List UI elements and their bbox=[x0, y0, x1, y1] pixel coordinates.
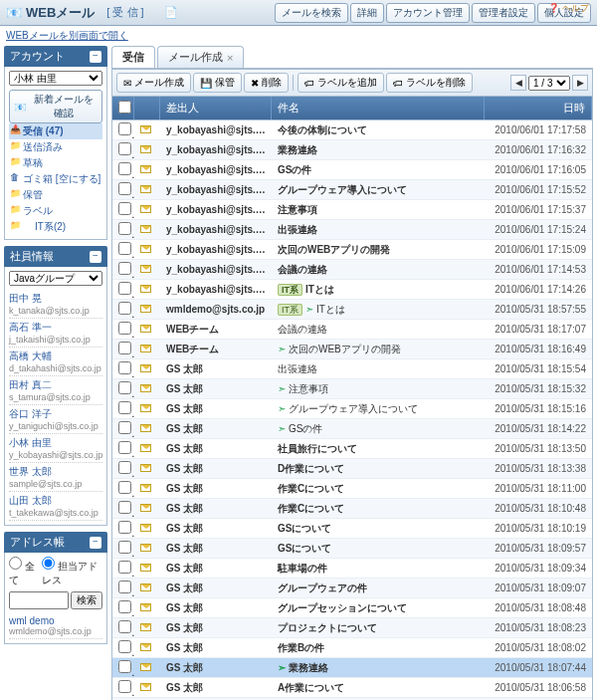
mail-row[interactable]: y_kobayashi@sjts.co.jp会議の連絡2010/06/01 17… bbox=[112, 260, 592, 280]
mail-row[interactable]: y_kobayashi@sjts.co.jpIT系ITとは2010/06/01 … bbox=[112, 280, 592, 300]
mail-row[interactable]: GS 太郎D作業について2010/05/31 18:13:38 bbox=[112, 459, 592, 479]
page-icon[interactable]: 📄 bbox=[164, 6, 178, 19]
folder-item[interactable]: 受信 (47) bbox=[9, 123, 102, 139]
row-checkbox[interactable] bbox=[118, 122, 131, 135]
mail-row[interactable]: GS 太郎グループウェアの件2010/05/31 18:09:07 bbox=[112, 579, 592, 598]
staff-name[interactable]: 世界 太郎 bbox=[9, 465, 102, 479]
mail-row[interactable]: GS 太郎社員旅行について2010/05/31 18:13:50 bbox=[112, 439, 592, 459]
del-label-button[interactable]: 🏷 ラベルを削除 bbox=[386, 73, 473, 93]
collapse-icon[interactable]: − bbox=[90, 537, 101, 549]
collapse-icon[interactable]: − bbox=[90, 51, 101, 63]
folder-item[interactable]: 送信済み bbox=[9, 139, 102, 155]
mail-row[interactable]: y_kobayashi@sjts.co.jp出張連絡2010/06/01 17:… bbox=[112, 220, 592, 240]
close-icon[interactable]: × bbox=[227, 52, 233, 64]
header-button[interactable]: 詳細 bbox=[350, 3, 384, 23]
row-checkbox[interactable] bbox=[118, 202, 131, 215]
staff-name[interactable]: 山田 太郎 bbox=[9, 494, 102, 508]
mail-row[interactable]: GS 太郎作業Bの件2010/05/31 18:08:02 bbox=[112, 638, 592, 658]
row-checkbox[interactable] bbox=[118, 262, 131, 275]
row-checkbox[interactable] bbox=[118, 481, 131, 494]
header-button[interactable]: メールを検索 bbox=[275, 3, 348, 23]
page-next-button[interactable]: ▶ bbox=[572, 75, 588, 91]
staff-name[interactable]: 田村 真二 bbox=[9, 378, 102, 392]
header-button[interactable]: 管理者設定 bbox=[472, 3, 535, 23]
row-checkbox[interactable] bbox=[118, 441, 131, 454]
mail-row[interactable]: GS 太郎➣グループウェア導入について2010/05/31 18:15:16 bbox=[112, 399, 592, 419]
col-date[interactable]: 日時 bbox=[485, 97, 592, 119]
row-checkbox[interactable] bbox=[118, 322, 131, 335]
mail-row[interactable]: GS 太郎➣GSの件2010/05/31 18:14:22 bbox=[112, 419, 592, 439]
row-checkbox[interactable] bbox=[118, 381, 131, 394]
account-select[interactable]: 小林 由里 bbox=[9, 71, 102, 86]
folder-item[interactable]: ゴミ箱 [空にする] bbox=[9, 171, 102, 187]
mail-row[interactable]: GS 太郎GSについて2010/05/31 18:10:19 bbox=[112, 519, 592, 539]
page-prev-button[interactable]: ◀ bbox=[510, 75, 526, 91]
mail-row[interactable]: WEBチーム会議の連絡2010/05/31 18:17:07 bbox=[112, 320, 592, 340]
mail-row[interactable]: y_kobayashi@sjts.co.jp業務連絡2010/06/01 17:… bbox=[112, 140, 592, 160]
row-checkbox[interactable] bbox=[118, 541, 131, 554]
staff-name[interactable]: 高橋 大輔 bbox=[9, 350, 102, 363]
row-checkbox[interactable] bbox=[118, 660, 131, 673]
row-checkbox[interactable] bbox=[118, 222, 131, 235]
help-link[interactable]: ❓ ヘルプ bbox=[548, 2, 589, 15]
row-checkbox[interactable] bbox=[118, 640, 131, 653]
folder-item[interactable]: 保管 bbox=[9, 187, 102, 203]
mail-row[interactable]: y_kobayashi@sjts.co.jp今後の体制について2010/06/0… bbox=[112, 120, 592, 140]
staff-name[interactable]: 高石 準一 bbox=[9, 321, 102, 335]
row-checkbox[interactable] bbox=[118, 461, 131, 474]
row-checkbox[interactable] bbox=[118, 501, 131, 514]
compose-button[interactable]: ✉ メール作成 bbox=[116, 73, 191, 93]
collapse-icon[interactable]: − bbox=[90, 251, 101, 263]
mail-row[interactable]: GS 太郎プロジェクトについて2010/05/31 18:08:23 bbox=[112, 618, 592, 638]
mail-row[interactable]: GS 太郎グループセッションについて2010/05/31 18:08:48 bbox=[112, 598, 592, 618]
row-checkbox[interactable] bbox=[118, 680, 131, 693]
mail-row[interactable]: y_kobayashi@sjts.co.jpグループウェア導入について2010/… bbox=[112, 180, 592, 200]
row-checkbox[interactable] bbox=[118, 521, 131, 534]
add-label-button[interactable]: 🏷 ラベルを追加 bbox=[298, 73, 384, 93]
row-checkbox[interactable] bbox=[118, 421, 131, 434]
mail-row[interactable]: wmldemo@sjts.co.jpIT系➣ITとは2010/05/31 18:… bbox=[112, 300, 592, 320]
row-checkbox[interactable] bbox=[118, 342, 131, 354]
col-subject[interactable]: 件名 bbox=[272, 97, 485, 119]
row-checkbox[interactable] bbox=[118, 361, 131, 374]
mail-row[interactable]: y_kobayashi@sjts.co.jpGSの件2010/06/01 17:… bbox=[112, 160, 592, 180]
row-checkbox[interactable] bbox=[118, 282, 131, 295]
mail-row[interactable]: WEBチーム➣次回のWEBアプリの開発2010/05/31 18:16:49 bbox=[112, 340, 592, 359]
mail-row[interactable]: GS 太郎GSについて2010/05/31 18:09:57 bbox=[112, 539, 592, 559]
mail-row[interactable]: GS 太郎➣注意事項2010/05/31 18:15:32 bbox=[112, 379, 592, 399]
folder-item[interactable]: ラベル bbox=[9, 203, 102, 219]
mail-row[interactable]: GS 太郎作業Cについて2010/05/31 18:11:00 bbox=[112, 479, 592, 499]
folder-item[interactable]: IT系(2) bbox=[9, 219, 102, 235]
delete-button[interactable]: ✖ 削除 bbox=[244, 73, 289, 93]
row-checkbox[interactable] bbox=[118, 401, 131, 414]
open-new-window-link[interactable]: WEBメールを別画面で開く bbox=[6, 30, 128, 41]
row-checkbox[interactable] bbox=[118, 600, 131, 613]
mail-row[interactable]: y_kobayashi@sjts.co.jp次回のWEBアプリの開発2010/0… bbox=[112, 240, 592, 260]
col-from[interactable]: 差出人 bbox=[160, 97, 272, 119]
folder-item[interactable]: 草稿 bbox=[9, 155, 102, 171]
staff-name[interactable]: 谷口 洋子 bbox=[9, 407, 102, 421]
mail-row[interactable]: GS 太郎出張連絡2010/05/31 18:15:54 bbox=[112, 359, 592, 379]
tab[interactable]: メール作成× bbox=[157, 46, 244, 68]
store-button[interactable]: 💾 保管 bbox=[193, 73, 242, 93]
mail-row[interactable]: GS 太郎作業Cについて2010/05/31 18:10:48 bbox=[112, 499, 592, 519]
row-checkbox[interactable] bbox=[118, 182, 131, 195]
mail-row[interactable]: GS 太郎A作業について2010/05/31 18:06:58 bbox=[112, 678, 592, 698]
staff-name[interactable]: 小林 由里 bbox=[9, 436, 102, 450]
mail-row[interactable]: GS 太郎➣業務連絡2010/05/31 18:07:44 bbox=[112, 658, 592, 678]
row-checkbox[interactable] bbox=[118, 142, 131, 155]
addr-name[interactable]: wml demo bbox=[9, 615, 102, 626]
address-search-input[interactable] bbox=[9, 591, 69, 609]
address-search-button[interactable]: 検索 bbox=[71, 591, 102, 609]
row-checkbox[interactable] bbox=[118, 162, 131, 175]
header-button[interactable]: アカウント管理 bbox=[386, 3, 470, 23]
group-select[interactable]: Javaグループ bbox=[9, 271, 102, 286]
select-all-checkbox[interactable] bbox=[118, 101, 131, 114]
check-new-mail-button[interactable]: 📧 新着メールを確認 bbox=[9, 90, 102, 123]
addr-opt-all[interactable]: 全て bbox=[9, 557, 38, 587]
mail-row[interactable]: y_kobayashi@sjts.co.jp注意事項2010/06/01 17:… bbox=[112, 200, 592, 220]
mail-row[interactable]: GS 太郎駐車場の件2010/05/31 18:09:34 bbox=[112, 559, 592, 579]
tab[interactable]: 受信 bbox=[111, 46, 155, 68]
row-checkbox[interactable] bbox=[118, 561, 131, 574]
addr-opt-assigned[interactable]: 担当アドレス bbox=[42, 557, 102, 587]
